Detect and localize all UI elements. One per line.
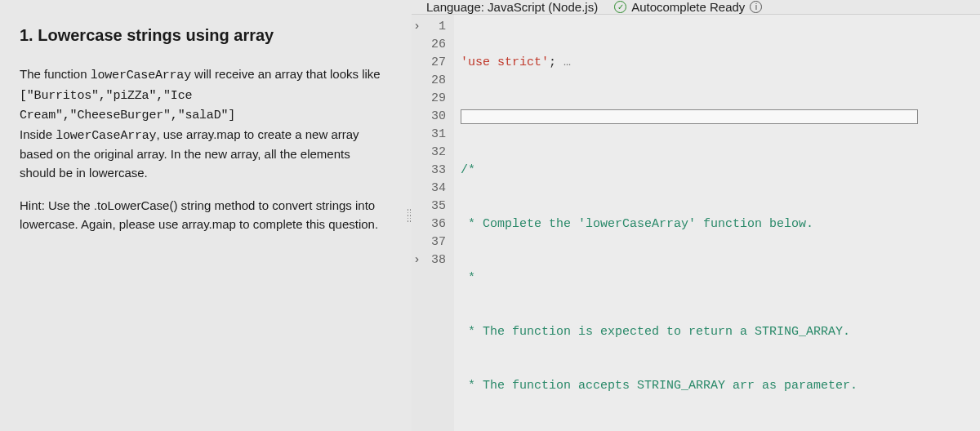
language-value: JavaScript (Node.js)	[488, 0, 598, 14]
text: Inside	[20, 127, 56, 141]
fold-toggle[interactable]: ›	[413, 18, 421, 36]
code-inline: lowerCaseArray	[91, 69, 191, 82]
line-number: 28	[412, 72, 446, 90]
problem-panel: 1. Lowercase strings using array The fun…	[0, 0, 407, 431]
info-icon[interactable]: i	[750, 1, 762, 13]
language-selector[interactable]: Language: JavaScript (Node.js)	[426, 0, 598, 14]
code-content[interactable]: 'use strict'; … /* * Complete the 'lower…	[454, 15, 980, 431]
line-number: 37	[412, 233, 446, 251]
fold-ellipsis[interactable]: …	[564, 56, 571, 69]
problem-title: 1. Lowercase strings using array	[20, 23, 387, 47]
line-number: 34	[412, 180, 446, 198]
code-line[interactable]: * Complete the 'lowerCaseArray' function…	[461, 216, 980, 233]
text: will receive an array that looks like	[191, 67, 381, 81]
line-number: ›38	[412, 251, 446, 269]
line-number: 32	[412, 144, 446, 162]
code-line[interactable]: * The function is expected to return a S…	[461, 323, 980, 341]
line-number: 35	[412, 198, 446, 216]
language-label: Language:	[426, 0, 484, 14]
cursor-line-highlight[interactable]	[461, 109, 918, 124]
line-number: 30	[412, 108, 446, 126]
autocomplete-status[interactable]: ✓ Autocomplete Ready i	[614, 0, 762, 14]
code-inline: ["Burritos","piZZa","Ice Cream","CheeseB…	[20, 89, 235, 123]
code-line[interactable]: * The function accepts STRING_ARRAY arr …	[461, 377, 980, 395]
problem-hint: Hint: Use the .toLowerCase() string meth…	[20, 197, 387, 233]
fold-toggle[interactable]: ›	[413, 251, 421, 269]
line-number: 29	[412, 90, 446, 108]
line-number: 36	[412, 216, 446, 233]
line-number: 27	[412, 54, 446, 72]
line-number: 31	[412, 126, 446, 144]
line-number-gutter: ›1 26 27 28 29 30 31 32 33 34 35 36 37 ›…	[412, 15, 454, 431]
autocomplete-label: Autocomplete Ready	[631, 0, 745, 14]
code-line[interactable]: /*	[461, 162, 980, 180]
editor-topbar: Language: JavaScript (Node.js) ✓ Autocom…	[412, 0, 980, 15]
text: The function	[20, 67, 91, 81]
line-number: 26	[412, 36, 446, 54]
code-line[interactable]: *	[461, 269, 980, 287]
line-number: 33	[412, 162, 446, 180]
check-circle-icon: ✓	[614, 1, 626, 13]
code-line[interactable]: 'use strict'; …	[461, 54, 980, 72]
code-editor[interactable]: ›1 26 27 28 29 30 31 32 33 34 35 36 37 ›…	[412, 15, 980, 431]
editor-panel: Language: JavaScript (Node.js) ✓ Autocom…	[412, 0, 980, 431]
code-inline: lowerCaseArray	[56, 129, 156, 143]
problem-intro: The function lowerCaseArray will receive…	[20, 65, 387, 182]
code-line[interactable]	[461, 108, 980, 126]
line-number: ›1	[412, 18, 446, 36]
